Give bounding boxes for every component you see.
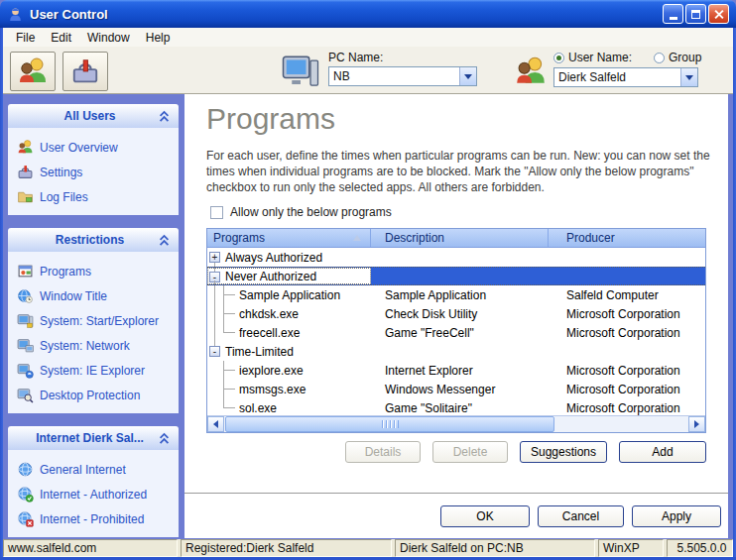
table-row-freecell[interactable]: freecell.exe Game "FreeCell" Microsoft C… [207,323,705,342]
users-toolbar-button[interactable] [10,52,56,91]
menu-edit[interactable]: Edit [43,29,79,47]
toolbox-icon [69,56,101,86]
sidebar-item-general-internet[interactable]: General Internet [8,457,179,482]
sidebar-item-settings[interactable]: Settings [8,160,179,184]
table-header: Programs Description Producer [207,229,705,248]
user-dropdown[interactable]: Dierk Salfeld [553,67,698,87]
group-radio[interactable] [654,53,665,63]
arrow-right-icon [694,420,699,428]
expand-icon[interactable]: + [209,252,220,263]
status-website[interactable]: www.salfeld.com [3,539,178,557]
settings-toolbar-button[interactable] [62,52,108,91]
folder-icon [17,188,34,205]
sidebar-item-system-start-explorer[interactable]: System: Start/Explorer [8,308,179,333]
body-area: All Users User Overview [3,94,733,539]
table-row-group-always-authorized[interactable]: + Always Authorized [207,248,705,267]
allow-only-checkbox[interactable] [210,206,223,219]
ok-button[interactable]: OK [440,505,530,527]
minimize-button[interactable] [663,4,683,24]
pc-name-value: NB [329,69,459,83]
toolbox-icon [17,164,34,180]
scrollbar-thumb[interactable] [225,416,554,432]
menu-window[interactable]: Window [79,29,138,47]
table-row-group-never-authorized[interactable]: - Never Authorized [207,267,705,285]
globe-x-icon [17,510,34,527]
collapse-icon[interactable]: - [209,272,220,282]
user-control-window: User Control File Edit Window Help [0,0,736,560]
sidebar-item-user-overview[interactable]: User Overview [8,135,179,160]
page-description: For each user, define the times when par… [206,149,736,196]
status-registered: Registered:Dierk Salfeld [181,539,392,557]
sidebar-item-desktop-protection[interactable]: Desktop Protection [8,383,179,407]
content-panel: Programs For each user, define the times… [184,94,728,538]
chevron-down-icon[interactable] [680,68,697,86]
nav-header-internet[interactable]: Internet Dierk Sal... [8,426,179,450]
users-icon [16,56,50,87]
suggestions-button[interactable]: Suggestions [520,441,607,463]
user-name-label: User Name: [568,51,632,64]
table-row-chkdsk[interactable]: chkdsk.exe Check Disk Utility Microsoft … [207,304,705,323]
table-row-iexplore[interactable]: iexplore.exe Internet Explorer Microsoft… [207,361,705,380]
toolbar: PC Name: NB User Name: G [3,47,733,94]
add-button[interactable]: Add [619,441,706,463]
horizontal-scrollbar[interactable] [207,415,705,432]
table-row-sample-application[interactable]: Sample Application Sample Application Sa… [207,285,705,304]
globe-icon [17,461,34,478]
group-label: Group [669,51,701,64]
chevron-double-up-icon [158,432,171,445]
details-button: Details [345,441,421,463]
maximize-icon [691,10,700,19]
nav-group-restrictions: Restrictions Programs [8,228,179,413]
table-row-msmsgs[interactable]: msmsgs.exe Windows Messenger Microsoft C… [207,380,705,398]
users-icon [17,139,34,156]
globe-clock-icon [17,287,34,304]
window-title: User Control [30,7,108,22]
sidebar-item-internet-authorized[interactable]: Internet - Authorized [8,482,179,506]
column-header-description[interactable]: Description [371,229,549,247]
sidebar-item-internet-prohibited[interactable]: Internet - Prohibited [8,506,179,531]
status-bar: www.salfeld.com Registered:Dierk Salfeld… [3,539,733,557]
menu-help[interactable]: Help [138,29,179,47]
ie-icon [17,362,34,379]
chevron-double-up-icon [158,110,171,123]
collapse-icon[interactable]: - [209,346,220,357]
users-icon [514,55,548,88]
scroll-left-button[interactable] [207,416,224,432]
status-os: WinXP [598,539,664,557]
scroll-right-button[interactable] [688,416,705,432]
arrow-left-icon [213,420,218,428]
column-header-programs[interactable]: Programs [207,229,371,247]
sidebar-item-programs[interactable]: Programs [8,259,179,283]
pc-name-dropdown[interactable]: NB [328,66,477,86]
cancel-button[interactable]: Cancel [538,505,624,527]
status-version: 5.505.0.0 [667,539,733,557]
column-header-producer[interactable]: Producer [549,229,705,247]
status-user-pc: Dierk Salfeld on PC:NB [395,539,595,557]
close-button[interactable] [708,4,729,24]
chevron-down-icon[interactable] [459,67,476,85]
nav-header-all-users[interactable]: All Users [8,104,179,128]
close-icon [713,9,724,20]
user-name-radio[interactable] [553,53,564,63]
nav-group-all-users: All Users User Overview [8,104,179,215]
apply-button[interactable]: Apply [632,505,721,527]
globe-check-icon [17,486,34,503]
programs-table: Programs Description Producer + Always A… [206,228,706,433]
sidebar-item-system-ie-explorer[interactable]: System: IE Explorer [8,358,179,383]
dialog-buttons: OK Cancel Apply [440,505,721,527]
maximize-button[interactable] [685,4,706,24]
allow-only-label: Allow only the below programs [230,205,392,219]
title-bar: User Control [0,0,736,28]
sidebar-item-system-network[interactable]: System: Network [8,333,179,358]
nav-header-restrictions[interactable]: Restrictions [8,228,179,252]
chevron-double-up-icon [158,234,171,247]
sidebar-item-log-files[interactable]: Log Files [8,184,179,209]
table-row-group-time-limited[interactable]: - Time-Limited [207,342,705,361]
grip-icon [382,420,399,428]
sidebar-item-window-title[interactable]: Window Title [8,283,179,308]
menu-file[interactable]: File [8,29,43,47]
programs-icon [17,263,34,280]
nav-group-internet: Internet Dierk Sal... General Internet [8,426,179,537]
desktop-magnifier-icon [17,387,34,403]
page-title: Programs [206,102,335,136]
